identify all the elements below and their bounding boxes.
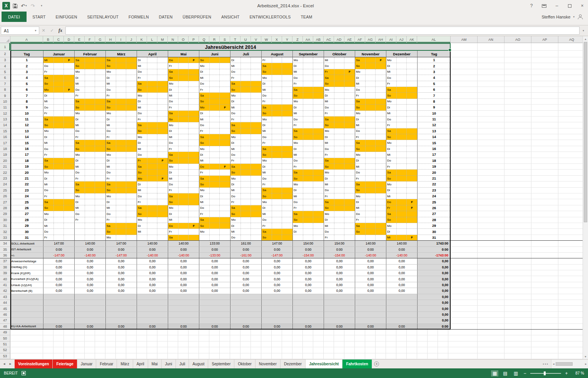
calendar-cell[interactable]: Fr (292, 205, 324, 211)
day-number[interactable]: 16 (417, 146, 451, 152)
sheet-tab-mai[interactable]: Mai (148, 360, 162, 368)
row-header[interactable]: 45 (0, 306, 10, 311)
summary-value[interactable]: 0,00 (230, 282, 261, 288)
calendar-cell[interactable]: Di (168, 170, 199, 175)
day-number[interactable]: 1 (10, 57, 43, 63)
sheet-tab-voreinstellungen[interactable]: Voreinstellungen (15, 360, 53, 368)
calendar-cell[interactable]: Sa (168, 193, 199, 199)
calendar-cell[interactable]: Sa (386, 170, 417, 175)
calendar-cell[interactable]: Sa (43, 75, 74, 81)
column-header[interactable]: I (116, 36, 126, 43)
calendar-cell[interactable]: So (386, 93, 417, 98)
save-icon[interactable] (11, 2, 19, 10)
summary-value[interactable]: 0,00 (199, 265, 230, 270)
calendar-cell[interactable]: Mi (261, 128, 292, 134)
calendar-cell[interactable]: Do (43, 63, 74, 69)
scroll-down-icon[interactable]: ▼ (584, 354, 587, 359)
summary-value[interactable]: 0:00 (324, 324, 355, 330)
calendar-cell[interactable]: Sa (261, 105, 292, 110)
calendar-cell[interactable]: Fr (261, 182, 292, 187)
calendar-cell[interactable]: Di (292, 105, 324, 110)
calendar-cell[interactable]: Mo (105, 69, 137, 75)
summary-value[interactable]: 0,00 (105, 276, 137, 282)
ribbon-tab-team[interactable]: TEAM (296, 12, 317, 22)
calendar-cell[interactable]: Di (261, 164, 292, 170)
summary-value[interactable]: 0,00 (355, 288, 386, 294)
row-header[interactable]: 11 (0, 105, 10, 110)
calendar-cell[interactable]: Mo (105, 111, 137, 117)
summary-value[interactable]: 0,00 (261, 265, 292, 270)
row-header[interactable]: 9 (0, 93, 10, 98)
day-number[interactable]: 22 (10, 182, 43, 187)
calendar-cell[interactable]: Mi (74, 205, 105, 211)
summary-label[interactable]: KU-KA-Arbeitszeit (10, 324, 43, 330)
calendar-cell[interactable]: Fr (137, 199, 168, 205)
day-number[interactable]: 22 (417, 182, 451, 187)
day-number[interactable]: 13 (10, 128, 43, 134)
calendar-cell[interactable]: Fr (292, 122, 324, 128)
calendar-cell[interactable]: Sa (355, 140, 386, 146)
row-header[interactable]: 4 (0, 63, 10, 69)
calendar-cell[interactable]: Mi (230, 146, 261, 152)
row-header[interactable]: 49 (0, 330, 10, 335)
empty-cell[interactable] (230, 318, 261, 323)
sheet-tab-fahrtkosten[interactable]: Fahrtkosten (342, 360, 372, 368)
row-header[interactable]: 20 (0, 158, 10, 164)
day-number[interactable]: 21 (10, 176, 43, 182)
calendar-cell[interactable]: Fr (168, 146, 199, 152)
calendar-cell[interactable]: Mi (199, 117, 230, 122)
calendar-cell[interactable]: So (43, 122, 74, 128)
column-header[interactable]: N (168, 36, 178, 43)
day-number[interactable]: 9 (417, 105, 451, 110)
calendar-cell[interactable]: Mi (230, 229, 261, 235)
calendar-cell[interactable]: MiF (43, 57, 74, 63)
calendar-cell[interactable]: Fr (324, 193, 355, 199)
day-number[interactable]: 10 (10, 111, 43, 117)
summary-value[interactable]: 0,00 (199, 276, 230, 282)
summary-value[interactable]: 0:00 (137, 247, 168, 253)
row-header[interactable]: 25 (0, 188, 10, 193)
calendar-cell[interactable]: Fr (43, 111, 74, 117)
column-header[interactable]: AJ (396, 36, 407, 43)
column-header[interactable]: U (241, 36, 251, 43)
calendar-cell[interactable]: Di (105, 75, 137, 81)
day-number[interactable]: 6 (417, 87, 451, 93)
day-number[interactable]: 8 (10, 99, 43, 105)
calendar-cell[interactable]: Do (386, 117, 417, 122)
calendar-cell[interactable]: Mo (74, 111, 105, 117)
day-number[interactable]: 4 (10, 75, 43, 81)
empty-cell[interactable] (292, 312, 324, 318)
column-header[interactable]: S (220, 36, 230, 43)
calendar-cell[interactable]: Do (230, 152, 261, 158)
calendar-cell[interactable]: Mi (168, 217, 199, 223)
empty-cell[interactable] (386, 294, 417, 300)
calendar-cell[interactable]: Di (168, 211, 199, 217)
empty-cell[interactable] (10, 330, 43, 335)
day-number[interactable]: 21 (417, 176, 451, 182)
summary-total[interactable]: -1743:00 (417, 253, 451, 258)
calendar-cell[interactable]: So (292, 217, 324, 223)
calendar-cell[interactable]: So (105, 188, 137, 193)
calendar-cell[interactable]: So (137, 170, 168, 175)
calendar-cell[interactable]: Fr (43, 193, 74, 199)
day-number[interactable]: 20 (10, 170, 43, 175)
empty-cell[interactable] (105, 300, 137, 306)
summary-value[interactable]: 0,00 (230, 258, 261, 264)
day-number[interactable]: 29 (417, 223, 451, 229)
calendar-cell[interactable]: Sa (74, 99, 105, 105)
calendar-cell[interactable]: Di (74, 199, 105, 205)
empty-cell[interactable] (168, 306, 199, 311)
calendar-cell[interactable]: So (355, 63, 386, 69)
empty-cell[interactable] (261, 318, 292, 323)
summary-value[interactable]: 0,00 (230, 270, 261, 276)
summary-total[interactable]: 0,00 (417, 306, 451, 311)
calendar-cell[interactable]: Mi (355, 205, 386, 211)
empty-cell[interactable] (43, 335, 451, 341)
day-number[interactable]: 7 (10, 93, 43, 98)
summary-value[interactable]: 0,00 (74, 265, 105, 270)
summary-label[interactable]: IST-Arbeitszeit (10, 247, 43, 253)
empty-cell[interactable] (355, 306, 386, 311)
summary-value[interactable]: 0,00 (230, 265, 261, 270)
summary-value[interactable]: 0,00 (261, 282, 292, 288)
calendar-cell[interactable]: Di (230, 140, 261, 146)
